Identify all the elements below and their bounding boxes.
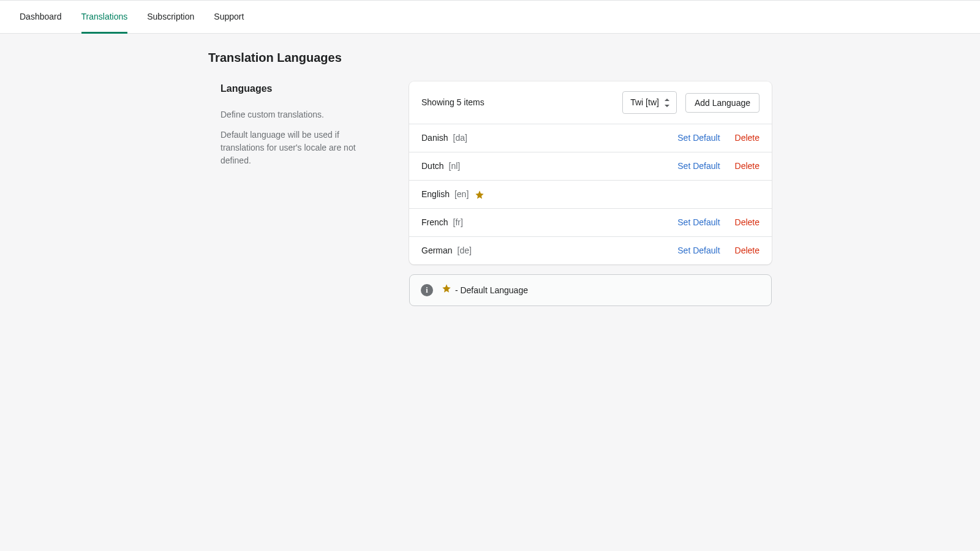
language-name: German [421,244,453,257]
set-default-link[interactable]: Set Default [677,132,720,144]
side-desc-2: Default language will be used if transla… [221,129,380,167]
language-name: Danish [421,132,448,144]
showing-count: Showing 5 items [421,96,484,109]
languages-card: Showing 5 items Twi [tw] Add Language Da… [409,81,772,264]
language-select[interactable]: Twi [tw] [622,91,677,114]
row-actions: Set DefaultDelete [677,216,760,229]
side-title: Languages [221,81,380,96]
delete-link[interactable]: Delete [735,216,760,229]
add-language-button[interactable]: Add Language [685,93,760,113]
language-name: English [421,188,450,201]
language-row: French[fr]Set DefaultDelete [409,209,772,237]
language-select-value: Twi [tw] [630,96,659,109]
language-row: German[de]Set DefaultDelete [409,237,772,264]
language-row: English[en] [409,181,772,209]
nav-subscription[interactable]: Subscription [147,1,194,33]
legend-text: - Default Language [455,285,528,295]
star-icon [442,283,451,293]
star-icon [475,190,484,200]
delete-link[interactable]: Delete [735,160,760,173]
row-actions: Set DefaultDelete [677,160,760,173]
row-actions: Set DefaultDelete [677,132,760,144]
nav-dashboard[interactable]: Dashboard [20,1,62,33]
set-default-link[interactable]: Set Default [677,244,720,257]
nav-translations[interactable]: Translations [81,1,128,33]
language-row: Dutch[nl]Set DefaultDelete [409,152,772,181]
language-code: [en] [454,188,469,201]
nav-support[interactable]: Support [214,1,244,33]
top-nav: Dashboard Translations Subscription Supp… [0,0,980,34]
info-icon: i [421,284,433,296]
side-panel: Languages Define custom translations. De… [208,81,380,174]
side-desc-1: Define custom translations. [221,108,380,121]
row-actions: Set DefaultDelete [677,244,760,257]
page-title: Translation Languages [208,48,772,67]
language-code: [da] [453,132,467,144]
language-code: [fr] [453,216,463,229]
delete-link[interactable]: Delete [735,244,760,257]
select-caret-icon [664,99,670,107]
delete-link[interactable]: Delete [735,132,760,144]
language-row: Danish[da]Set DefaultDelete [409,124,772,152]
language-code: [de] [458,244,472,257]
language-name: French [421,216,448,229]
set-default-link[interactable]: Set Default [677,216,720,229]
main-panel: Showing 5 items Twi [tw] Add Language Da… [409,81,772,306]
language-code: [nl] [449,160,461,173]
set-default-link[interactable]: Set Default [677,160,720,173]
card-header: Showing 5 items Twi [tw] Add Language [409,81,772,124]
default-legend: i - Default Language [409,274,772,306]
language-name: Dutch [421,160,444,173]
